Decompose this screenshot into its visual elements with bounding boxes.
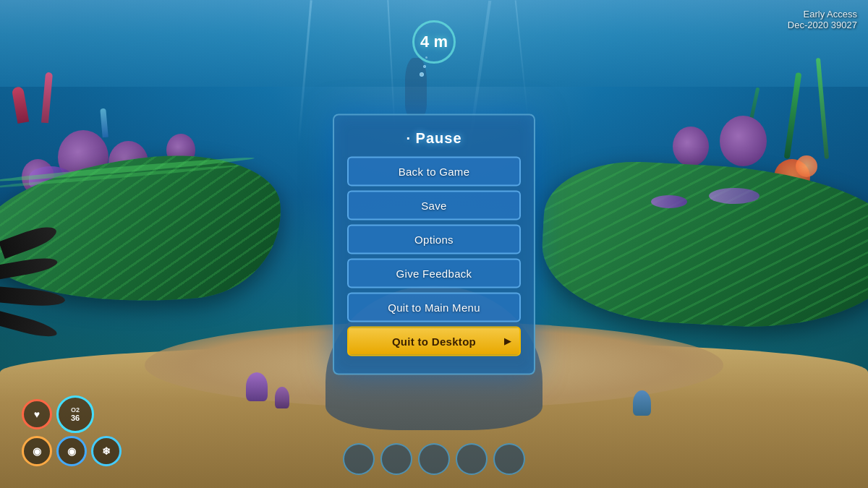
blob-right-2 <box>673 127 709 166</box>
quit-to-desktop-button[interactable]: Quit to Desktop <box>347 326 521 356</box>
inv-slot-5[interactable] <box>493 443 525 475</box>
temp-indicator: ❄ <box>91 436 122 466</box>
hud-top-row: ♥ O2 36 <box>22 395 122 433</box>
blob-right-1 <box>720 116 767 166</box>
give-feedback-button[interactable]: Give Feedback <box>347 258 521 288</box>
ground-plant-2 <box>275 387 289 408</box>
oxygen-label: O2 <box>71 406 80 414</box>
pause-menu: · Pause Back to Game Save Options Give F… <box>333 114 535 374</box>
depth-meter: 4 m <box>412 20 456 64</box>
early-access-badge: Early Access Dec-2020 39027 <box>788 9 857 30</box>
pause-menu-title: · Pause <box>347 129 521 146</box>
hud-bottom-row: ◉ ◉ ❄ <box>22 436 122 466</box>
food-indicator: ◉ <box>22 436 52 466</box>
depth-ring: 4 m <box>412 20 456 64</box>
ground-plant-1 <box>246 372 268 401</box>
early-access-line1: Early Access <box>788 9 857 20</box>
water-indicator: ◉ <box>56 436 87 466</box>
inventory-bar <box>343 443 525 475</box>
inv-slot-4[interactable] <box>456 443 488 475</box>
temp-icon: ❄ <box>102 445 111 457</box>
bubble-1 <box>420 72 424 77</box>
food-icon: ◉ <box>33 445 41 457</box>
inv-slot-1[interactable] <box>343 443 375 475</box>
inv-slot-3[interactable] <box>418 443 450 475</box>
flower-coral-right-2 <box>796 155 817 177</box>
hud-panel: ♥ O2 36 ◉ ◉ ❄ <box>22 395 122 466</box>
bubble-2 <box>423 65 426 68</box>
depth-value: 4 m <box>420 34 448 50</box>
quit-to-main-button[interactable]: Quit to Main Menu <box>347 292 521 322</box>
health-indicator: ♥ <box>22 399 52 429</box>
back-to-game-button[interactable]: Back to Game <box>347 156 521 186</box>
water-icon: ◉ <box>67 445 76 457</box>
oxygen-indicator: O2 36 <box>56 395 94 433</box>
inv-slot-2[interactable] <box>380 443 412 475</box>
health-icon: ♥ <box>34 408 40 420</box>
coral-right-1 <box>709 188 760 204</box>
options-button[interactable]: Options <box>347 224 521 254</box>
save-button[interactable]: Save <box>347 190 521 220</box>
coral-right-2 <box>651 195 687 208</box>
ground-plant-3 <box>633 390 651 416</box>
oxygen-value: 36 <box>71 414 80 422</box>
early-access-line2: Dec-2020 39027 <box>788 20 857 30</box>
